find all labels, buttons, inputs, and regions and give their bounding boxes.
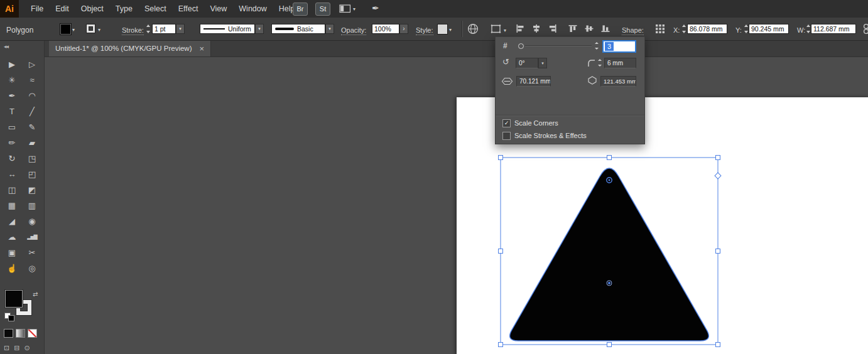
selection-handle[interactable] [499, 249, 503, 254]
draw-behind-icon[interactable]: ⊟ [14, 344, 19, 352]
selection-handle[interactable] [499, 343, 503, 347]
eyedropper-tool[interactable]: ◢ [3, 215, 21, 228]
align-bottom-icon[interactable] [600, 24, 610, 33]
style-chevron-icon[interactable]: ▾ [449, 27, 452, 33]
stroke-weight-chevron-icon[interactable]: ▾ [176, 24, 185, 34]
workspace-chevron-icon[interactable]: ▾ [353, 6, 355, 12]
stock-button[interactable]: St [315, 3, 330, 16]
x-field[interactable]: 86.078 mm [687, 24, 727, 34]
w-stepper[interactable] [805, 24, 811, 33]
style-swatch[interactable] [437, 24, 448, 35]
lasso-tool[interactable]: ≈ [23, 73, 41, 87]
align-top-icon[interactable] [568, 24, 578, 33]
mesh-tool[interactable]: ▦ [3, 199, 21, 213]
style-link-label[interactable]: Style: [416, 26, 433, 35]
shape-builder-tool[interactable]: ◫ [3, 183, 21, 197]
width-profile-dropdown[interactable]: Uniform [200, 24, 255, 34]
shape-widget-chevron-icon[interactable]: ▾ [504, 28, 506, 33]
artboard-tool[interactable]: ▣ [3, 246, 21, 260]
align-right-icon[interactable] [548, 24, 558, 33]
selection-handle[interactable] [716, 343, 720, 347]
gradient-tool[interactable]: ▥ [23, 199, 41, 213]
width-profile-chevron-icon[interactable]: ▾ [255, 24, 264, 34]
reference-point-grid-icon[interactable] [655, 24, 665, 34]
draw-normal-icon[interactable]: ⊡ [4, 344, 9, 352]
line-segment-tool[interactable]: ╱ [23, 105, 41, 119]
w-field[interactable]: 112.687 mm [811, 24, 856, 34]
type-tool[interactable]: T [3, 105, 21, 119]
swap-fill-stroke-icon[interactable]: ⇄ [33, 291, 38, 298]
selection-handle[interactable] [607, 343, 612, 347]
blend-tool[interactable]: ◉ [23, 215, 41, 228]
direct-selection-tool[interactable]: ▷ [23, 58, 41, 72]
selection-tool[interactable]: ▶ [3, 58, 21, 72]
shape-widget-icon[interactable] [491, 24, 502, 35]
curvature-tool[interactable]: ◠ [23, 89, 41, 103]
sides-slider-track[interactable] [525, 45, 592, 46]
align-left-icon[interactable] [515, 24, 525, 33]
width-tool[interactable]: ↔ [3, 168, 21, 181]
center-point[interactable] [608, 282, 610, 284]
fill-chevron-icon[interactable]: ▾ [72, 27, 75, 33]
free-transform-tool[interactable]: ◰ [23, 168, 41, 181]
menu-item-type[interactable]: Type [116, 4, 133, 13]
bridge-button[interactable]: Br [293, 3, 308, 16]
zoom-tool[interactable]: ◎ [23, 262, 41, 276]
opacity-panel-arrow-icon[interactable]: › [399, 24, 408, 34]
brush-dropdown[interactable]: Basic [271, 24, 325, 34]
polygon-width-field[interactable]: 70.121 mm [516, 76, 551, 87]
tab-close-icon[interactable]: × [199, 44, 204, 53]
stroke-link-label[interactable]: Stroke: [122, 26, 144, 35]
sides-input[interactable]: 3 [602, 40, 636, 53]
angle-field[interactable]: 0° [516, 58, 538, 68]
gradient-button[interactable] [16, 329, 25, 338]
selection-handle[interactable] [716, 249, 720, 254]
pen-tool[interactable]: ✒ [3, 89, 21, 103]
align-vertical-center-icon[interactable] [584, 24, 594, 33]
angle-chevron-icon[interactable]: ▾ [538, 58, 547, 68]
column-graph-tool[interactable]: ▂▅▇ [23, 230, 41, 244]
x-stepper[interactable] [681, 24, 686, 33]
shaper-tool[interactable]: ✏ [3, 136, 21, 150]
shape-link-label[interactable]: Shape: [622, 26, 644, 35]
sides-slider-knob[interactable] [518, 43, 524, 49]
side-count-handle[interactable] [715, 173, 721, 179]
corner-radius-field[interactable]: 6 mm [604, 58, 636, 68]
rotate-tool[interactable]: ↻ [3, 152, 21, 166]
constrain-proportions-link-icon[interactable] [863, 23, 868, 35]
fill-color-swatch[interactable] [60, 23, 72, 35]
paintbrush-tool[interactable]: ✎ [23, 121, 41, 134]
magic-wand-tool[interactable]: ✳ [3, 73, 21, 87]
stroke-color-swatch[interactable] [87, 24, 95, 33]
scale-corners-checkbox[interactable]: ✓ [502, 119, 511, 127]
canvas[interactable] [44, 56, 868, 354]
menu-item-select[interactable]: Select [144, 4, 166, 13]
menu-item-view[interactable]: View [210, 4, 227, 13]
polygon-shape[interactable] [510, 168, 709, 341]
menu-item-effect[interactable]: Effect [178, 4, 198, 13]
y-stepper[interactable] [743, 24, 749, 33]
hand-tool[interactable]: ☝ [3, 262, 21, 276]
rectangle-tool[interactable]: ▭ [3, 121, 21, 134]
y-field[interactable]: 90.245 mm [749, 24, 789, 34]
panel-collapse-icon[interactable]: ◂◂ [4, 43, 8, 50]
menu-item-object[interactable]: Object [81, 4, 104, 13]
stroke-weight-stepper[interactable] [145, 24, 151, 33]
eraser-tool[interactable]: ▰ [23, 136, 41, 150]
publish-online-globe-icon[interactable] [467, 23, 479, 35]
scale-strokes-checkbox[interactable] [502, 132, 511, 140]
polygon-radius-field[interactable]: 121.453 mm [600, 76, 636, 87]
none-button[interactable] [28, 329, 37, 338]
opacity-field[interactable]: 100% [372, 24, 399, 34]
sides-stepper[interactable] [594, 42, 599, 50]
document-tab[interactable]: Untitled-1* @ 100% (CMYK/GPU Preview) × [49, 40, 211, 56]
align-horizontal-center-icon[interactable] [531, 24, 541, 33]
opacity-link-label[interactable]: Opacity: [341, 26, 366, 35]
corner-radius-stepper[interactable] [597, 59, 602, 67]
brush-chevron-icon[interactable]: ▾ [325, 24, 334, 34]
color-button[interactable] [4, 329, 13, 338]
scale-tool[interactable]: ◳ [23, 152, 41, 166]
default-fill-stroke-icon[interactable] [4, 313, 14, 321]
symbol-sprayer-tool[interactable]: ☁ [3, 230, 21, 244]
fill-indicator[interactable] [5, 290, 23, 308]
